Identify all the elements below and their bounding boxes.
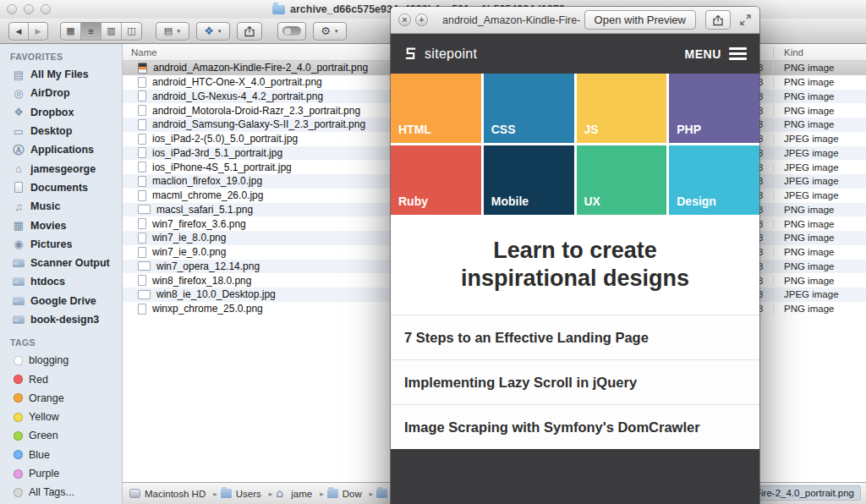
file-icon — [138, 190, 146, 201]
file-date-sliver: 3 — [758, 304, 773, 314]
tag-item[interactable]: Yellow — [0, 408, 122, 426]
dropbox-button[interactable]: ❖ ▼ — [196, 22, 230, 41]
action-button[interactable]: ⚙ ▼ — [313, 22, 347, 41]
tag-item[interactable]: blogging — [0, 351, 122, 370]
coverflow-view-button[interactable]: ◫ — [121, 23, 141, 40]
category-tile[interactable]: HTML — [391, 74, 481, 143]
article-link[interactable]: Image Scraping with Symfony's DomCrawler — [391, 404, 759, 449]
category-tile[interactable]: Design — [669, 145, 759, 215]
category-tile[interactable]: UX — [577, 145, 667, 215]
file-icon — [138, 162, 146, 173]
sidebar-item-icon: ▦ — [11, 220, 26, 231]
path-item[interactable]: Users ▸ — [221, 489, 273, 499]
sidebar-item[interactable]: htdocs — [0, 272, 122, 291]
history-buttons: ◀ ▶ — [8, 22, 48, 41]
list-view-button[interactable]: ≡ — [80, 23, 101, 40]
tags-list: blogging Red Orange Yellow — [0, 351, 122, 501]
category-tile[interactable]: CSS — [484, 74, 574, 143]
sidebar-item-icon: ▤ — [11, 69, 26, 80]
sidebar-item[interactable]: ⌂ jamesgeorge — [0, 159, 122, 178]
file-kind: PNG image — [773, 304, 866, 314]
share-button[interactable] — [237, 22, 262, 41]
category-tile-label: JS — [584, 123, 599, 136]
file-name: maclion_firefox_19.0.jpg — [152, 175, 262, 187]
back-button[interactable]: ◀ — [9, 23, 28, 40]
file-icon — [138, 261, 151, 271]
close-icon[interactable]: × — [398, 14, 411, 26]
zoom-window-button[interactable] — [41, 4, 51, 14]
file-icon — [138, 119, 146, 130]
sidebar-item[interactable]: Documents — [0, 178, 122, 197]
file-kind: JPEG image — [773, 134, 866, 144]
tag-item[interactable]: All Tags... — [0, 483, 122, 501]
menu-button[interactable]: MENU — [684, 47, 747, 61]
category-tile[interactable]: Ruby — [391, 145, 481, 215]
sidebar-item[interactable]: Google Drive — [0, 292, 122, 310]
sidebar-item[interactable]: ◉ Pictures — [0, 235, 122, 254]
category-tile-label: Ruby — [398, 194, 428, 208]
traffic-lights — [7, 4, 51, 14]
sidebar-item[interactable]: book-design3 — [0, 310, 122, 329]
tag-item[interactable]: Purple — [0, 464, 122, 483]
file-name: win7_ie_8.0.png — [152, 232, 226, 244]
sidebar-item-label: Google Drive — [30, 295, 96, 307]
path-item-icon — [376, 489, 387, 498]
file-name: win8_firefox_18.0.png — [152, 275, 251, 287]
hamburger-icon — [729, 47, 747, 60]
forward-button[interactable]: ▶ — [28, 23, 47, 40]
arrange-button[interactable]: ▤ ▼ — [156, 22, 189, 41]
share-button[interactable] — [705, 10, 731, 30]
sidebar-item-label: jamesgeorge — [30, 163, 96, 175]
sidebar-item-icon: ❖ — [11, 107, 26, 118]
favorites-list: ▤ All My Files ◎ AirDrop ❖ Dropbox — [0, 65, 122, 329]
open-with-preview-button[interactable]: Open with Preview — [584, 10, 696, 30]
tag-label: Orange — [29, 392, 64, 404]
icon-view-button[interactable]: ▦ — [61, 23, 80, 40]
column-view-button[interactable]: ▥ — [101, 23, 121, 40]
sidebar-item[interactable]: Scanner Output — [0, 254, 122, 272]
path-item-icon — [129, 489, 140, 498]
category-tile[interactable]: PHP — [669, 74, 759, 143]
article-link[interactable]: Implementing Lazy Scroll in jQuery — [391, 359, 759, 404]
sidebar-item[interactable]: ▤ All My Files — [0, 65, 122, 84]
path-item-icon — [221, 489, 232, 498]
sidebar-item[interactable]: ❖ Dropbox — [0, 103, 122, 122]
tag-item[interactable]: Red — [0, 370, 122, 388]
fullscreen-button[interactable] — [739, 14, 752, 26]
tag-item[interactable]: Green — [0, 426, 122, 445]
file-date-sliver: 3 — [758, 276, 773, 286]
path-item[interactable]: jame ▸ — [276, 489, 323, 499]
tag-label: Red — [29, 374, 48, 386]
sidebar-item[interactable]: Ⓐ Applications — [0, 140, 122, 159]
sidebar-item[interactable]: ▭ Desktop — [0, 122, 122, 140]
category-tile[interactable]: Mobile — [484, 145, 574, 215]
tags-toggle-button[interactable] — [277, 22, 306, 41]
file-kind: PNG image — [773, 261, 866, 271]
minimize-window-button[interactable] — [24, 4, 34, 14]
article-link[interactable]: 7 Steps to an Effective Landing Page — [391, 315, 759, 359]
sitepoint-logo[interactable]: sitepoint — [403, 47, 477, 62]
sidebar-item[interactable]: ◎ AirDrop — [0, 84, 122, 102]
category-tile[interactable]: JS — [577, 74, 667, 143]
tag-color-dot — [14, 393, 23, 403]
path-separator-icon: ▸ — [370, 490, 374, 498]
close-window-button[interactable] — [7, 4, 17, 14]
path-item[interactable]: Macintosh HD ▸ — [129, 489, 217, 499]
file-name: ios_iPhone-4S_5.1_portrait.jpg — [152, 162, 292, 173]
sidebar-item-icon: ▭ — [11, 126, 26, 137]
sidebar-item-icon — [11, 297, 26, 305]
tag-label: All Tags... — [29, 486, 74, 498]
zoom-icon[interactable]: + — [415, 14, 428, 26]
sidebar-item[interactable]: ▦ Movies — [0, 216, 122, 234]
sidebar-item-label: Applications — [30, 144, 94, 156]
tag-item[interactable]: Orange — [0, 389, 122, 408]
file-date-sliver: 3 — [758, 119, 773, 129]
file-kind: JPEG image — [773, 162, 866, 173]
sidebar-item[interactable]: ♫ Music — [0, 197, 122, 216]
column-header-kind[interactable]: Kind — [773, 47, 866, 58]
quicklook-window: × + android_Amazon-Kindle-Fire-... Open … — [391, 7, 759, 504]
sidebar-item-label: Movies — [30, 220, 66, 232]
tag-item[interactable]: Blue — [0, 446, 122, 464]
path-item[interactable]: Dow ▸ — [327, 489, 374, 499]
file-icon — [138, 105, 146, 116]
